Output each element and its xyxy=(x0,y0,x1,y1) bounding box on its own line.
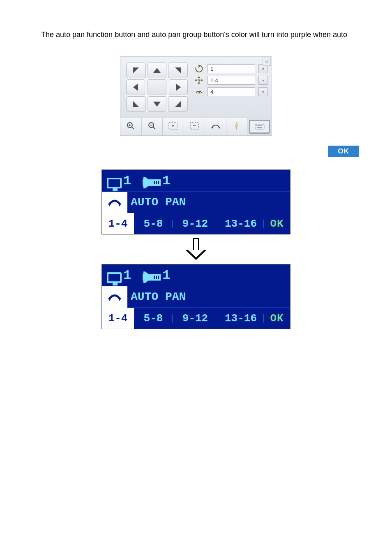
svg-rect-22 xyxy=(255,124,264,129)
lcd-groups-row: 1-4 5-8 9-12 13-16 OK xyxy=(102,307,290,329)
autopan-icon xyxy=(211,122,221,132)
intro-text: The auto pan function button and auto pa… xyxy=(41,30,359,40)
lcd-panel-before: 1 1 AUTO PAN 1-4 5-8 9-12 13-16 OK xyxy=(101,169,291,234)
speed-value: 4 xyxy=(210,89,213,95)
autopan-label: AUTO PAN xyxy=(131,290,186,303)
chevron-down-right-icon xyxy=(175,101,181,107)
chevron-down-left-icon xyxy=(133,101,139,107)
chevron-down-icon xyxy=(153,102,161,107)
chevron-left-icon xyxy=(133,84,138,91)
zoom-out-button[interactable] xyxy=(142,118,163,135)
focus-far-button[interactable] xyxy=(184,118,205,135)
close-icon[interactable]: × xyxy=(263,58,271,66)
dpad-left-button[interactable] xyxy=(126,79,145,95)
zoom-in-icon xyxy=(127,122,135,132)
zoom-in-button[interactable] xyxy=(120,118,142,135)
svg-rect-27 xyxy=(257,127,262,128)
lcd-status-row: 1 1 xyxy=(102,170,290,191)
preset-select[interactable]: 1 xyxy=(208,64,255,73)
autopan-button[interactable] xyxy=(205,118,226,135)
dpad-center-button[interactable] xyxy=(148,79,166,95)
group-icon: G xyxy=(194,76,204,85)
direction-pad xyxy=(126,63,188,112)
ptz-toolbar xyxy=(120,118,272,135)
svg-line-12 xyxy=(153,127,155,129)
lcd-groups-row: 1-4 5-8 9-12 13-16 OK xyxy=(102,213,290,234)
svg-rect-23 xyxy=(256,125,257,126)
flag-icon xyxy=(143,272,161,283)
group-dropdown-button[interactable]: ▾ xyxy=(258,76,267,85)
preset-icon xyxy=(194,64,204,73)
group-button-1-4[interactable]: 1-4 xyxy=(102,213,134,234)
keyboard-button[interactable] xyxy=(249,120,270,134)
chevron-right-icon xyxy=(176,84,181,91)
svg-text:G: G xyxy=(198,78,201,82)
camera-number: 1 xyxy=(123,173,131,188)
svg-rect-21 xyxy=(236,126,237,130)
svg-point-6 xyxy=(198,93,200,94)
zoom-out-icon xyxy=(148,122,156,132)
group-select[interactable]: 1-4 xyxy=(208,76,255,85)
speed-dropdown-button[interactable]: ▾ xyxy=(258,87,267,96)
flag-number: 1 xyxy=(162,268,170,283)
focus-near-icon xyxy=(168,122,178,132)
group-button-9-12[interactable]: 9-12 xyxy=(173,308,218,329)
svg-point-3 xyxy=(201,79,203,81)
preset-value: 1 xyxy=(210,66,213,72)
focus-near-button[interactable] xyxy=(163,118,184,135)
camera-number: 1 xyxy=(123,268,131,283)
group-button-9-12[interactable]: 9-12 xyxy=(173,213,218,234)
ptz-panel: × 1 ▾ xyxy=(120,56,272,136)
dpad-down-button[interactable] xyxy=(148,96,166,112)
lcd-status-row: 1 1 xyxy=(102,265,290,286)
ok-badge: OK xyxy=(328,146,359,157)
camera-icon xyxy=(107,178,122,188)
chevron-up-icon xyxy=(153,68,161,73)
speed-select[interactable]: 4 xyxy=(208,87,255,96)
speed-icon xyxy=(194,87,204,96)
focus-far-icon xyxy=(190,122,199,132)
lcd-ok-button[interactable]: OK xyxy=(264,213,290,234)
group-button-13-16[interactable]: 13-16 xyxy=(218,213,263,234)
svg-rect-24 xyxy=(258,125,259,126)
lamp-icon xyxy=(233,121,240,132)
svg-point-2 xyxy=(195,79,197,81)
group-button-5-8[interactable]: 5-8 xyxy=(134,308,172,329)
svg-line-8 xyxy=(132,127,134,129)
dpad-down-left-button[interactable] xyxy=(126,96,146,112)
autopan-selected-icon xyxy=(102,286,127,308)
autopan-selected-icon xyxy=(102,192,127,213)
lcd-autopan-row: AUTO PAN xyxy=(102,191,290,213)
camera-icon xyxy=(107,272,122,283)
flag-icon xyxy=(143,177,161,188)
autopan-label: AUTO PAN xyxy=(131,196,186,209)
dpad-right-button[interactable] xyxy=(169,79,188,95)
dpad-up-left-button[interactable] xyxy=(126,63,146,78)
flag-number: 1 xyxy=(162,173,170,188)
group-value: 1-4 xyxy=(210,77,218,84)
group-button-5-8[interactable]: 5-8 xyxy=(134,213,172,234)
keyboard-icon xyxy=(255,122,265,132)
dpad-up-right-button[interactable] xyxy=(168,63,188,78)
lcd-ok-button[interactable]: OK xyxy=(264,308,290,329)
ptz-selects: 1 ▾ G 1-4 ▾ xyxy=(194,63,267,112)
chevron-up-right-icon xyxy=(175,67,181,73)
svg-point-1 xyxy=(198,82,200,84)
dpad-up-button[interactable] xyxy=(148,63,166,78)
group-button-13-16[interactable]: 13-16 xyxy=(218,308,263,329)
svg-rect-25 xyxy=(259,125,261,126)
down-arrow-icon xyxy=(187,238,205,261)
lcd-panel-after: 1 1 AUTO PAN 1-4 5-8 9-12 13-16 OK xyxy=(101,264,291,329)
dpad-down-right-button[interactable] xyxy=(168,96,188,112)
lcd-autopan-row: AUTO PAN xyxy=(102,286,290,307)
group-button-1-4[interactable]: 1-4 xyxy=(102,308,134,329)
led-button[interactable] xyxy=(226,118,248,135)
svg-rect-26 xyxy=(261,125,262,126)
chevron-up-left-icon xyxy=(133,67,139,73)
